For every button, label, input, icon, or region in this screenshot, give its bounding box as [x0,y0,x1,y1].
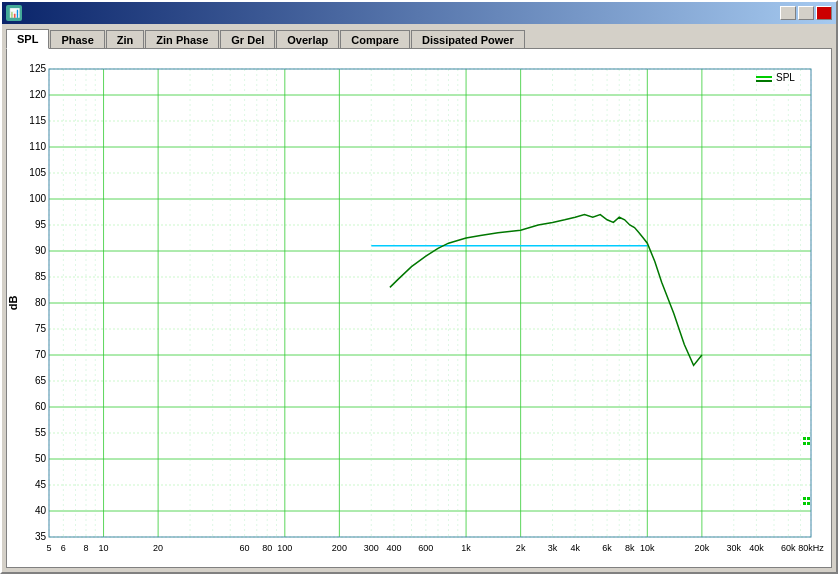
tab-overlap[interactable]: Overlap [276,30,339,49]
tab-gr-del[interactable]: Gr Del [220,30,275,49]
tab-phase[interactable]: Phase [50,30,104,49]
title-bar: 📊 [2,2,836,24]
tab-zin[interactable]: Zin [106,30,145,49]
main-window: 📊 SPLPhaseZinZin PhaseGr DelOverlapCompa… [0,0,838,574]
close-button[interactable] [816,6,832,20]
tab-dissipated-power[interactable]: Dissipated Power [411,30,525,49]
tab-zin-phase[interactable]: Zin Phase [145,30,219,49]
title-controls [780,6,832,20]
chart-area [6,48,832,568]
minimize-button[interactable] [780,6,796,20]
tab-spl[interactable]: SPL [6,29,49,49]
app-icon: 📊 [6,5,22,21]
tabs-bar: SPLPhaseZinZin PhaseGr DelOverlapCompare… [2,24,836,48]
maximize-button[interactable] [798,6,814,20]
title-bar-left: 📊 [6,5,26,21]
tab-compare[interactable]: Compare [340,30,410,49]
